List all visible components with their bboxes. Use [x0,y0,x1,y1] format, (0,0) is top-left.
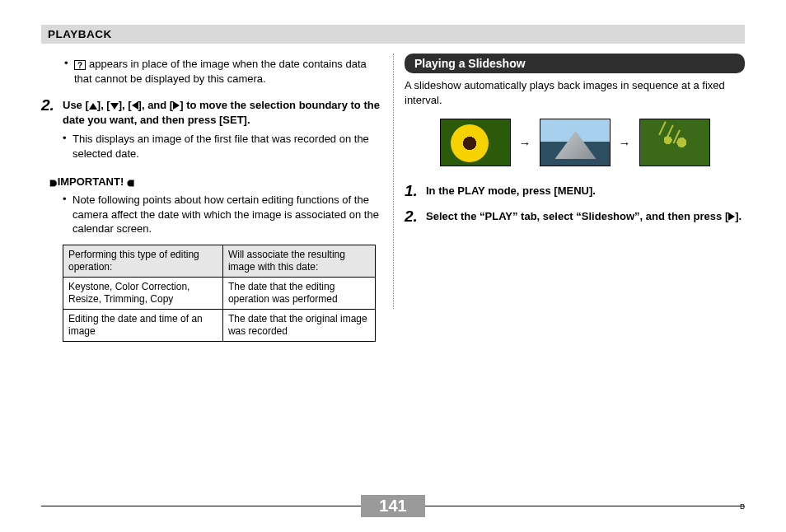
important-heading: ◗◗◗ IMPORTANT! ◖◖◖ [49,175,381,188]
section-header: PLAYBACK [41,25,745,44]
bullet-icon: • [63,193,73,236]
t: ], [ [97,99,110,111]
t: ]. [735,210,742,222]
page: PLAYBACK • ?appears in place of the imag… [0,0,786,342]
arrow-icon: → [519,136,531,150]
slideshow-section-title: Playing a Slideshow [405,54,745,73]
subnote-text: This displays an image of the first file… [73,132,381,161]
arrow-icon: → [619,136,631,150]
table-cell: The date that the original image was rec… [222,309,375,341]
table-row: Keystone, Color Correction, Resize, Trim… [63,277,376,309]
table-header-cell: Will associate the resulting image with … [222,245,375,277]
page-footer: 141 B [41,495,745,517]
table-cell: Keystone, Color Correction, Resize, Trim… [63,277,223,309]
note-body: appears in place of the image when the d… [74,58,367,85]
t: Select the “PLAY” tab, select “Slideshow… [426,210,728,222]
bullet-icon: • [63,132,73,161]
slideshow-description: A slideshow automatically plays back ima… [405,78,745,107]
t: ], and [ [138,99,174,111]
two-column-layout: • ?appears in place of the image when th… [41,54,745,342]
footer-rule [41,506,361,506]
table-cell: The date that the editing operation was … [222,277,375,309]
camera-note: • ?appears in place of the image when th… [64,57,381,86]
column-divider [393,54,394,309]
t: Use [ [63,99,89,111]
down-arrow-icon [110,103,119,110]
slideshow-figure: → → [405,119,745,166]
step-number: 2. [405,208,426,226]
thumb-dragonfly [639,119,710,166]
important-right-icon: ◖◖◖ [127,178,132,187]
step-body: Select the “PLAY” tab, select “Slideshow… [426,208,745,226]
page-number: 141 [361,495,424,517]
editing-date-table: Performing this type of editing operatio… [63,245,376,342]
footer-rule [425,506,745,506]
bullet-icon: • [64,57,74,86]
step-body: In the PLAY mode, press [MENU]. [426,183,745,200]
right-arrow-icon [173,101,180,110]
thumb-flower [440,119,511,166]
step-number: 1. [405,183,426,200]
step-body: Use [], [], [], and [] to move the selec… [63,97,381,127]
important-left-icon: ◗◗◗ [49,178,54,187]
right-column: Playing a Slideshow A slideshow automati… [393,54,745,342]
footer-mark: B [740,502,745,511]
question-mark-icon: ? [74,60,86,70]
step-2: 2. Use [], [], [], and [] to move the se… [41,97,381,127]
table-row: Performing this type of editing operatio… [63,245,376,277]
t: ], [ [119,99,132,111]
note-text: ?appears in place of the image when the … [74,57,381,86]
thumb-mountain [540,119,611,166]
table-header-cell: Performing this type of editing operatio… [63,245,223,277]
table-row: Editing the date and time of an image Th… [63,309,376,341]
table-cell: Editing the date and time of an image [63,309,223,341]
up-arrow-icon [89,103,97,110]
left-arrow-icon [132,101,138,110]
important-note: • Note following points about how certai… [63,193,381,236]
slideshow-step-1: 1. In the PLAY mode, press [MENU]. [405,183,745,200]
step-2-subnote: • This displays an image of the first fi… [63,132,381,161]
important-note-text: Note following points about how certain … [73,193,381,236]
step-number: 2. [41,97,63,127]
slideshow-step-2: 2. Select the “PLAY” tab, select “Slides… [405,208,745,226]
important-label: IMPORTANT! [58,175,124,188]
left-column: • ?appears in place of the image when th… [41,54,393,342]
